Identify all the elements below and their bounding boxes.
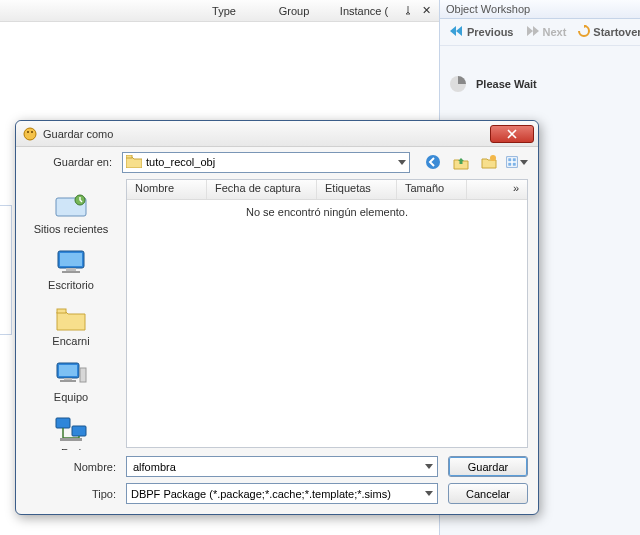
cancel-button[interactable]: Cancelar — [448, 483, 528, 504]
please-wait-label: Please Wait — [476, 78, 537, 90]
left-pane-header: Type Group Instance ( ✕ — [0, 0, 439, 22]
col-size[interactable]: Tamaño — [397, 180, 467, 199]
svg-point-1 — [27, 131, 29, 133]
save-button[interactable]: Guardar — [448, 456, 528, 477]
svg-rect-22 — [80, 368, 86, 382]
network-icon — [53, 415, 89, 445]
chevron-down-icon — [398, 160, 406, 165]
close-button[interactable] — [490, 125, 534, 143]
svg-rect-9 — [508, 163, 511, 166]
place-desktop[interactable]: Escritorio — [16, 241, 126, 297]
desktop-icon — [53, 247, 89, 277]
svg-rect-3 — [126, 155, 132, 158]
place-label: Sitios recientes — [34, 223, 109, 235]
next-icon — [525, 26, 539, 38]
spinner-icon — [450, 76, 466, 92]
place-label: Escritorio — [48, 279, 94, 291]
file-list-body: No se encontró ningún elemento. — [127, 200, 527, 447]
svg-rect-20 — [64, 378, 72, 380]
col-name[interactable]: Nombre — [127, 180, 207, 199]
app-icon — [22, 126, 38, 142]
svg-rect-19 — [59, 365, 77, 376]
svg-rect-21 — [60, 380, 76, 382]
chevron-down-icon — [520, 160, 528, 165]
view-menu-button[interactable] — [506, 151, 528, 173]
user-folder-icon — [53, 303, 89, 333]
wizard-body: Please Wait — [440, 46, 640, 122]
place-label: Equipo — [54, 391, 88, 403]
startover-button[interactable]: Startover — [574, 23, 640, 41]
svg-rect-14 — [60, 253, 82, 266]
titlebar[interactable]: Guardar como — [16, 121, 538, 147]
up-one-level-button[interactable] — [450, 151, 472, 173]
svg-rect-15 — [66, 268, 76, 271]
close-pane-icon[interactable]: ✕ — [417, 4, 435, 17]
svg-point-0 — [24, 128, 36, 140]
col-instance[interactable]: Instance ( — [329, 5, 399, 17]
back-button[interactable] — [422, 151, 444, 173]
previous-icon — [450, 26, 464, 38]
place-label: Encarni — [52, 335, 89, 347]
save-in-combo[interactable]: tuto_recol_obj — [122, 152, 410, 173]
recent-places-icon — [53, 191, 89, 221]
col-capture-date[interactable]: Fecha de captura — [207, 180, 317, 199]
folder-icon — [126, 155, 142, 170]
dialog-body: Sitios recientes Escritorio Encarni Equi… — [16, 177, 538, 450]
wizard-nav: Previous Next Startover — [440, 19, 640, 46]
startover-label: Startover — [593, 26, 640, 38]
filename-input[interactable] — [131, 460, 425, 474]
svg-rect-16 — [62, 271, 80, 273]
columns-overflow-button[interactable]: » — [505, 180, 527, 199]
save-in-label: Guardar en: — [26, 156, 116, 168]
previous-label: Previous — [467, 26, 513, 38]
svg-rect-23 — [56, 418, 70, 428]
svg-rect-17 — [57, 309, 66, 313]
filetype-combo[interactable]: DBPF Package (*.package;*.cache;*.templa… — [126, 483, 438, 504]
file-list-header: Nombre Fecha de captura Etiquetas Tamaño… — [127, 180, 527, 200]
file-list[interactable]: Nombre Fecha de captura Etiquetas Tamaño… — [126, 179, 528, 448]
next-button: Next — [521, 24, 570, 40]
save-as-dialog: Guardar como Guardar en: tuto_recol_obj — [15, 120, 539, 515]
dialog-title: Guardar como — [43, 128, 490, 140]
filetype-value: DBPF Package (*.package;*.cache;*.templa… — [131, 488, 425, 500]
collapsed-panel-stub — [0, 205, 12, 335]
place-recent[interactable]: Sitios recientes — [16, 185, 126, 241]
place-network[interactable]: Red — [16, 409, 126, 450]
next-label: Next — [542, 26, 566, 38]
panel-title: Object Workshop — [440, 0, 640, 19]
previous-button[interactable]: Previous — [446, 24, 517, 40]
svg-rect-10 — [513, 163, 516, 166]
empty-message: No se encontró ningún elemento. — [246, 206, 408, 447]
svg-rect-8 — [513, 158, 516, 161]
computer-icon — [53, 359, 89, 389]
svg-rect-7 — [508, 158, 511, 161]
col-type[interactable]: Type — [189, 5, 259, 17]
filename-label: Nombre: — [26, 461, 116, 473]
places-bar: Sitios recientes Escritorio Encarni Equi… — [16, 177, 126, 450]
col-group[interactable]: Group — [259, 5, 329, 17]
svg-rect-25 — [60, 438, 82, 441]
pin-icon[interactable] — [399, 6, 417, 16]
chevron-down-icon[interactable] — [425, 491, 433, 496]
location-toolbar: Guardar en: tuto_recol_obj — [16, 147, 538, 177]
place-computer[interactable]: Equipo — [16, 353, 126, 409]
startover-icon — [578, 25, 590, 39]
filename-field[interactable] — [126, 456, 438, 477]
chevron-down-icon[interactable] — [425, 464, 433, 469]
svg-rect-24 — [72, 426, 86, 436]
filetype-label: Tipo: — [26, 488, 116, 500]
toolbar-icons — [416, 151, 528, 173]
col-tags[interactable]: Etiquetas — [317, 180, 397, 199]
svg-point-4 — [426, 155, 440, 169]
new-folder-button[interactable] — [478, 151, 500, 173]
col-spacer — [467, 180, 505, 199]
save-in-value: tuto_recol_obj — [146, 156, 215, 168]
svg-point-2 — [31, 131, 33, 133]
dialog-bottom: Nombre: Guardar Tipo: DBPF Package (*.pa… — [16, 450, 538, 514]
place-userfolder[interactable]: Encarni — [16, 297, 126, 353]
